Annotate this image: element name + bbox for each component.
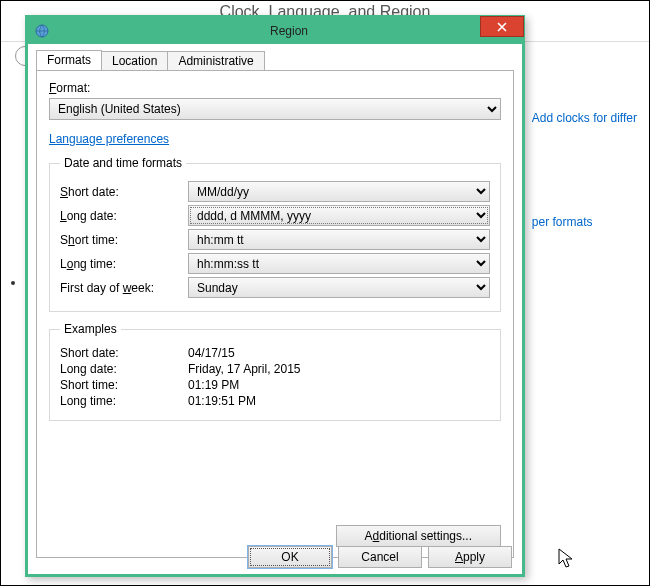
apply-button[interactable]: Apply: [428, 546, 512, 568]
short-date-select[interactable]: MM/dd/yy: [188, 181, 490, 202]
short-time-select[interactable]: hh:mm tt: [188, 229, 490, 250]
dialog-footer: OK Cancel Apply: [248, 546, 512, 568]
ex-short-time-label: Short time:: [60, 378, 188, 392]
link-add-clocks[interactable]: Add clocks for differ: [532, 111, 637, 125]
first-day-label: First day of week:: [60, 281, 188, 295]
ex-short-date-value: 04/17/15: [188, 346, 235, 360]
link-language-preferences[interactable]: Language preferences: [49, 132, 169, 146]
ex-long-time-value: 01:19:51 PM: [188, 394, 256, 408]
format-label: Format:: [49, 81, 501, 95]
long-date-select[interactable]: dddd, d MMMM, yyyy: [188, 205, 490, 226]
tab-panel-formats: Format: English (United States) Language…: [36, 70, 514, 558]
titlebar[interactable]: Region: [28, 18, 522, 44]
ex-long-date-value: Friday, 17 April, 2015: [188, 362, 301, 376]
short-time-label: Short time:: [60, 233, 188, 247]
tab-administrative[interactable]: Administrative: [167, 51, 264, 71]
close-button[interactable]: [480, 16, 524, 37]
short-date-label: Short date:: [60, 185, 188, 199]
dialog-title: Region: [56, 24, 522, 38]
globe-icon: [34, 23, 50, 39]
tabstrip: Formats Location Administrative: [28, 44, 522, 70]
long-time-label: Long time:: [60, 257, 188, 271]
ex-short-time-value: 01:19 PM: [188, 378, 239, 392]
cancel-button[interactable]: Cancel: [338, 546, 422, 568]
additional-settings-button[interactable]: Additional settings...: [336, 525, 501, 547]
ex-long-time-label: Long time:: [60, 394, 188, 408]
group-date-time-formats-legend: Date and time formats: [60, 156, 186, 170]
group-examples-legend: Examples: [60, 322, 121, 336]
ex-long-date-label: Long date:: [60, 362, 188, 376]
link-formats[interactable]: per formats: [532, 215, 637, 229]
close-icon: [497, 22, 507, 32]
first-day-select[interactable]: Sunday: [188, 277, 490, 298]
long-date-label: Long date:: [60, 209, 188, 223]
group-date-time-formats: Date and time formats Short date: MM/dd/…: [49, 156, 501, 312]
format-select[interactable]: English (United States): [49, 98, 501, 120]
ex-short-date-label: Short date:: [60, 346, 188, 360]
long-time-select[interactable]: hh:mm:ss tt: [188, 253, 490, 274]
tab-location[interactable]: Location: [101, 51, 168, 71]
group-examples: Examples Short date:04/17/15 Long date:F…: [49, 322, 501, 421]
region-dialog: Region Formats Location Administrative F…: [25, 15, 525, 577]
tab-formats[interactable]: Formats: [36, 50, 102, 70]
ok-button[interactable]: OK: [248, 546, 332, 568]
bullet-icon: [11, 281, 15, 285]
